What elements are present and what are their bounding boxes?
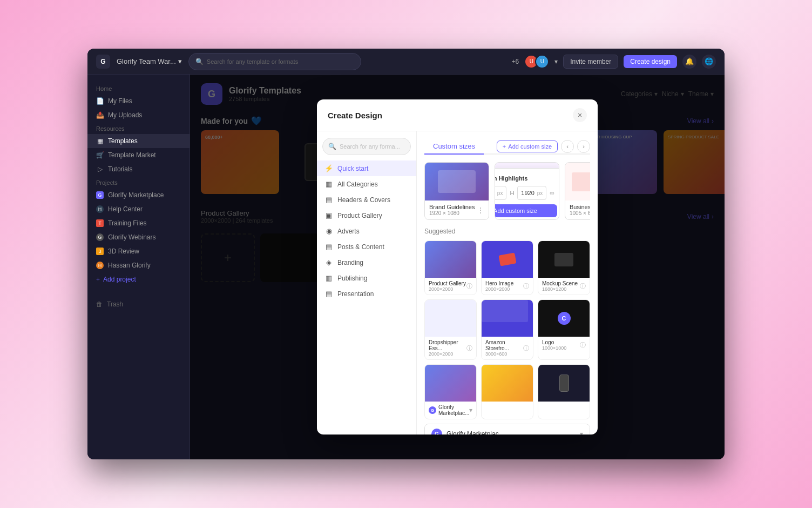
info-icon-1[interactable]: ⓘ bbox=[466, 282, 472, 290]
modal-close-button[interactable]: × bbox=[573, 108, 587, 122]
suggested-grid: Product Gallery 2000×2000 ⓘ bbox=[424, 240, 590, 360]
suggested-dropshipper[interactable]: Dropshipper Ess... 2000×2000 ⓘ bbox=[424, 299, 477, 360]
modal-header: Create Design × bbox=[317, 99, 598, 131]
suggested-card-g2[interactable]: G Glorify Marketplac... ▾ bbox=[424, 364, 477, 419]
info-icon-6[interactable]: ⓘ bbox=[580, 341, 586, 349]
popup-add-custom-size-button[interactable]: + Add custom size bbox=[495, 204, 557, 217]
modal-body: 🔍 Search for any forma... ⚡ Quick start … bbox=[317, 131, 598, 435]
sidebar-item-3d-review[interactable]: 3 3D Review bbox=[87, 244, 190, 258]
invite-member-button[interactable]: Invite member bbox=[563, 55, 618, 69]
size-card-business-card[interactable]: Business Card 1005 × 651 ⋮ bbox=[565, 162, 590, 220]
size-card-business-info: Business Card 1005 × 651 ⋮ bbox=[565, 200, 590, 219]
size-card-designs[interactable]: Instagram Highlights W 1080 px H bbox=[495, 162, 559, 220]
sidebar-item-training-files[interactable]: T Training Files bbox=[87, 216, 190, 230]
quick-start-icon: ⚡ bbox=[324, 164, 333, 172]
suggested-grid-2: G Glorify Marketplac... ▾ bbox=[424, 364, 590, 419]
upload-icon: 📤 bbox=[96, 111, 104, 119]
link-dimensions-icon[interactable]: ∞ bbox=[550, 189, 554, 197]
dropdown-arrow: ▾ bbox=[580, 430, 583, 435]
size-card-menu-1[interactable]: ⋮ bbox=[477, 206, 484, 215]
add-project-button[interactable]: + Add project bbox=[87, 272, 190, 286]
sidebar-item-hassan[interactable]: H Hassan Glorify bbox=[87, 258, 190, 272]
notifications-button[interactable]: 🔔 bbox=[682, 55, 696, 69]
instagram-highlights-popup: Instagram Highlights W 1080 px H bbox=[495, 168, 559, 220]
modal-nav-all-categories[interactable]: ▦ All Categories bbox=[317, 176, 416, 192]
sidebar-item-glorify-marketplace[interactable]: G Glorify Marketplace bbox=[87, 188, 190, 202]
sidebar-item-webinars[interactable]: G Glorify Webinars bbox=[87, 230, 190, 244]
search-icon: 🔍 bbox=[328, 143, 336, 150]
plus-icon: + bbox=[503, 143, 506, 150]
insta-dims: W 1080 px H 1920 bbox=[495, 186, 557, 200]
modal-nav-presentation[interactable]: ▤ Presentation bbox=[317, 286, 416, 302]
glorify-marketplace-row[interactable]: G Glorify Marketplac... ▾ bbox=[425, 424, 590, 435]
avatar-expand-icon[interactable]: ▾ bbox=[554, 58, 558, 65]
suggested-product-gallery[interactable]: Product Gallery 2000×2000 ⓘ bbox=[424, 240, 477, 295]
sidebar-item-help-center[interactable]: H Help Center bbox=[87, 202, 190, 216]
globe-button[interactable]: 🌐 bbox=[702, 55, 716, 69]
info-icon-5[interactable]: ⓘ bbox=[523, 344, 529, 352]
next-arrow[interactable]: › bbox=[577, 140, 590, 153]
all-categories-icon: ▦ bbox=[324, 180, 333, 188]
dropdown-g2: G Glorify Marketplac... bbox=[429, 404, 469, 416]
main-layout: Home 📄 My Files 📤 My Uploads Resources ▦… bbox=[87, 75, 725, 459]
publishing-icon: ▥ bbox=[324, 274, 333, 282]
modal-nav-branding[interactable]: ◈ Branding bbox=[317, 255, 416, 270]
workspace-name[interactable]: Glorify Team War... ▾ bbox=[117, 57, 182, 65]
suggested-amazon[interactable]: Amazon Storefro... 3000×600 ⓘ bbox=[481, 299, 533, 360]
help-center-dot: H bbox=[96, 205, 104, 213]
suggested-hero-image[interactable]: Hero Image 2000×2000 ⓘ bbox=[481, 240, 533, 295]
tab-custom-sizes[interactable]: Custom sizes bbox=[424, 139, 484, 155]
global-search[interactable]: 🔍 Search for any template or formats bbox=[188, 53, 361, 70]
modal-nav-product-gallery[interactable]: ▣ Product Gallery bbox=[317, 208, 416, 223]
width-input[interactable]: 1080 px bbox=[495, 186, 506, 200]
modal-title: Create Design bbox=[328, 111, 382, 120]
modal-nav-posts[interactable]: ▤ Posts & Content bbox=[317, 239, 416, 255]
resources-label: Resources bbox=[87, 122, 190, 134]
app-content: G Glorify Templates 2758 templates Categ… bbox=[190, 75, 725, 459]
info-icon-3[interactable]: ⓘ bbox=[580, 282, 586, 290]
info-icon-2[interactable]: ⓘ bbox=[523, 282, 529, 290]
suggested-mockup-scene[interactable]: Mockup Scene 1680×1200 ⓘ bbox=[538, 240, 590, 295]
size-card-brand-guidelines[interactable]: Brand Guidelines 1920 × 1080 ⋮ bbox=[424, 162, 489, 220]
sidebar-item-my-files[interactable]: 📄 My Files bbox=[87, 94, 190, 108]
custom-sizes-area: Brand Guidelines 1920 × 1080 ⋮ bbox=[424, 162, 590, 220]
sidebar-item-templates[interactable]: ▦ Templates bbox=[87, 134, 190, 148]
modal-sidebar: 🔍 Search for any forma... ⚡ Quick start … bbox=[317, 131, 417, 435]
app-window: G Glorify Team War... ▾ 🔍 Search for any… bbox=[87, 49, 725, 459]
suggested-g2-info: G Glorify Marketplac... ▾ bbox=[425, 402, 476, 419]
size-card-brand-info: Brand Guidelines 1920 × 1080 ⋮ bbox=[425, 200, 489, 219]
adverts-icon: ◉ bbox=[324, 227, 333, 235]
create-design-button[interactable]: Create design bbox=[624, 55, 677, 68]
suggested-label: Suggested bbox=[424, 228, 590, 235]
suggested-card-phone[interactable] bbox=[538, 364, 590, 419]
search-icon: 🔍 bbox=[195, 58, 204, 65]
chevron-down-icon: ▾ bbox=[178, 57, 182, 65]
review-dot: 3 bbox=[96, 248, 104, 255]
modal-nav-headers[interactable]: ▤ Headers & Covers bbox=[317, 192, 416, 208]
sidebar-item-trash[interactable]: 🗑 Trash bbox=[87, 297, 190, 311]
modal-nav-publishing[interactable]: ▥ Publishing bbox=[317, 270, 416, 286]
modal-tabs-row: Custom sizes + Add custom size ‹ › bbox=[424, 139, 590, 155]
sidebar-item-tutorials[interactable]: ▷ Tutorials bbox=[87, 162, 190, 176]
info-icon-4[interactable]: ⓘ bbox=[466, 344, 472, 352]
prev-arrow[interactable]: ‹ bbox=[561, 140, 574, 153]
height-input[interactable]: 1920 px bbox=[517, 186, 546, 200]
modal-nav-quick-start[interactable]: ⚡ Quick start bbox=[317, 161, 416, 176]
g2-arrow[interactable]: ▾ bbox=[469, 406, 472, 414]
file-icon: 📄 bbox=[96, 97, 104, 105]
avatar-group: U U bbox=[524, 55, 549, 69]
trash-icon: 🗑 bbox=[96, 300, 103, 308]
modal-search-placeholder: Search for any forma... bbox=[340, 143, 400, 150]
modal-search[interactable]: 🔍 Search for any forma... bbox=[322, 138, 411, 155]
sidebar-item-my-uploads[interactable]: 📤 My Uploads bbox=[87, 108, 190, 122]
app-logo[interactable]: G bbox=[96, 55, 110, 69]
glorify-marketplace-dropdown: G Glorify Marketplac... ▾ bbox=[424, 424, 590, 435]
modal-nav-adverts[interactable]: ◉ Adverts bbox=[317, 223, 416, 239]
suggested-logo[interactable]: C Logo 1000×1000 ⓘ bbox=[538, 299, 590, 360]
hassan-dot: H bbox=[96, 262, 104, 269]
g2-text: Glorify Marketplac... bbox=[438, 404, 469, 416]
add-custom-size-button[interactable]: + Add custom size bbox=[497, 141, 558, 152]
sidebar-item-template-market[interactable]: 🛒 Template Market bbox=[87, 148, 190, 162]
suggested-card-yellow[interactable] bbox=[481, 364, 533, 419]
plus-icon: + bbox=[96, 276, 100, 283]
